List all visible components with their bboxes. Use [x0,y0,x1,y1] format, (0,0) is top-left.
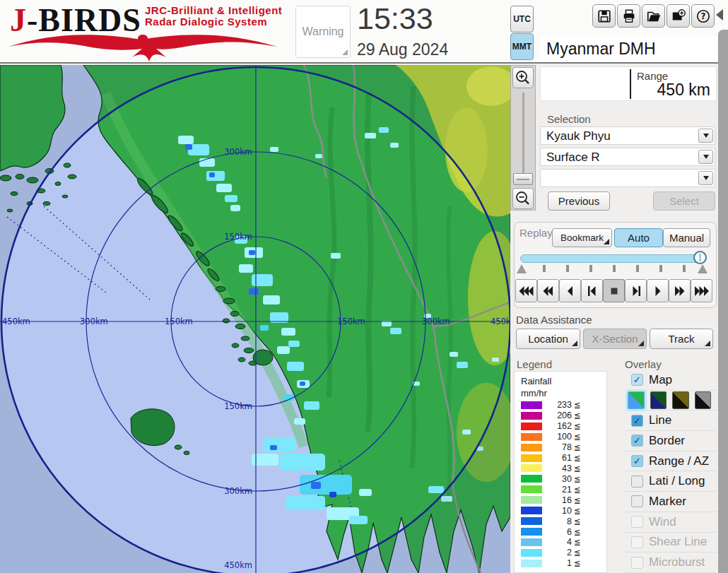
legend-value: 206 [542,410,572,420]
legend-value: 61 [542,453,572,463]
save-button[interactable] [592,4,616,28]
legend-value: 6 [542,527,572,537]
open-file-button[interactable] [642,4,665,28]
play-button[interactable] [647,279,669,302]
island-cheduba [131,409,175,446]
select-button[interactable]: Select [653,191,715,211]
svg-text:?: ? [700,11,705,21]
skip-forward-fast-button[interactable] [691,279,712,302]
replay-slider-track[interactable] [520,254,702,263]
overlay-item-label: Shear Line [649,535,707,549]
auto-mode-button[interactable]: Auto [614,228,663,247]
legend-color-swatch [521,485,542,493]
overlay-row-marker: Marker [625,492,717,512]
help-button[interactable]: ? [691,4,715,28]
play-reverse-icon [562,283,579,300]
collapse-panel-arrow-icon[interactable] [716,9,723,20]
skip-back-icon [540,283,557,300]
step-back-button[interactable] [581,279,603,302]
zoom-out-button[interactable] [512,188,534,209]
legend-value: 8 [542,516,572,526]
overlay-row-map: ✓Map [625,370,717,391]
slider-start-marker[interactable] [517,264,527,273]
stop-button[interactable] [603,279,625,302]
legend-value: 2 [542,548,572,557]
overlay-label: Overlay [625,358,662,370]
clock-time: 15:33 [357,1,433,36]
skip-back-fast-button[interactable] [515,279,537,302]
skip-back-button[interactable] [537,279,559,302]
legend-value: 10 [542,506,572,516]
bookmark-button[interactable]: Bookmark [552,228,612,247]
checkbox-map[interactable]: ✓ [631,374,643,386]
warning-button[interactable]: Warning [295,6,351,58]
previous-button[interactable]: Previous [548,191,610,211]
product-dropdown[interactable]: Surface R [540,148,715,166]
legend-row: 10≦ [515,505,606,516]
add-image-icon [671,8,686,24]
site-dropdown[interactable]: Kyauk Phyu [540,126,715,145]
utc-toggle-button[interactable]: UTC [510,6,534,33]
selection-label: Selection [547,113,591,125]
less-equal-symbol: ≦ [574,495,581,505]
checkbox-range-az[interactable]: ✓ [631,455,643,467]
replay-slider-handle[interactable] [693,251,707,264]
less-equal-symbol: ≦ [574,485,581,495]
dropdown-arrow-button[interactable] [698,150,713,164]
legend-row: 2≦ [515,548,606,558]
step-forward-button[interactable] [625,279,647,302]
h-axis-label: 150km [165,317,193,326]
checkbox-shear-line [631,536,643,548]
manual-mode-button[interactable]: Manual [663,228,710,247]
map-style-black-gray[interactable] [695,391,712,409]
overlay-row-border: ✓Border [625,431,717,451]
track-button[interactable]: Track [650,329,713,349]
legend-row: 6≦ [515,526,606,537]
radar-map-canvas[interactable]: 450km 300km 150km 150km 300km 450km 300k… [0,65,510,573]
checkbox-marker[interactable] [631,495,643,507]
legend-row: 233≦ [515,400,606,410]
dropdown-arrow-button[interactable] [698,171,713,185]
eagle-logo-icon [4,31,281,62]
location-button[interactable]: Location [516,329,580,349]
zoom-in-button[interactable] [512,67,534,88]
legend-value: 16 [542,495,572,505]
legend-color-swatch [521,412,542,420]
dropdown-arrow-button[interactable] [698,129,713,143]
slider-end-marker[interactable] [698,264,708,273]
less-equal-symbol: ≦ [574,410,581,420]
submenu-corner-icon [572,341,577,346]
legend-color-swatch [521,528,542,536]
skip-forward-button[interactable] [669,279,691,302]
less-equal-symbol: ≦ [574,516,581,526]
legend-color-swatch [521,507,542,514]
panel-edge-strip [718,30,728,573]
checkbox-border[interactable]: ✓ [631,435,643,447]
zoom-in-icon [515,69,532,86]
clock-date: 29 Aug 2024 [357,40,448,59]
legend-color-swatch [521,517,542,525]
h-axis-label: 450km [491,317,510,326]
print-button[interactable] [617,4,640,28]
map-style-navy-darkgreen[interactable] [650,391,667,409]
zoom-slider-track[interactable] [522,93,524,183]
slider-tick [659,265,662,272]
zoom-slider-handle[interactable] [513,173,533,185]
checkbox-wind [631,516,643,528]
radar-map: 450km 300km 150km 150km 300km 450km 300k… [0,65,510,573]
legend-color-swatch [521,464,542,472]
map-style-blue-green[interactable] [628,391,645,409]
open-folder-icon [646,8,662,24]
add-image-button[interactable] [667,4,690,28]
h-axis-label: 300km [422,317,450,326]
mmt-toggle-button[interactable]: MMT [510,33,534,60]
play-reverse-button[interactable] [559,279,581,302]
v-axis-label: 300km [224,147,252,157]
map-style-black-olive[interactable] [672,391,689,409]
zoom-out-icon [515,190,532,207]
xsection-button[interactable]: X-Section [583,329,647,349]
checkbox-line[interactable]: ✓ [631,415,643,427]
checkbox-lati-long[interactable] [631,475,643,488]
legend-row: 30≦ [515,473,606,484]
option-dropdown[interactable] [540,169,715,187]
